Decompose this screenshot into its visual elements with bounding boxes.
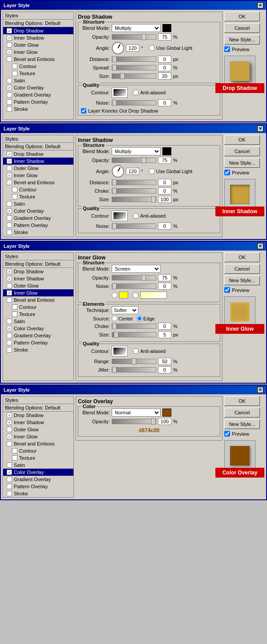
blending-options-4[interactable]: Blending Options: Default [3, 404, 73, 412]
sidebar-item-outer-glow-1[interactable]: Outer Glow [3, 41, 73, 49]
sidebar-item-gradient-overlay-1[interactable]: Gradient Overlay [3, 91, 73, 98]
cb-outer-glow-1[interactable] [7, 42, 12, 48]
cb-stroke-3[interactable] [7, 347, 12, 352]
size-slider-3[interactable] [112, 332, 156, 337]
global-light-cb-1[interactable] [149, 45, 154, 51]
jitter-input-3[interactable] [158, 366, 171, 373]
angle-input-2[interactable] [126, 168, 139, 175]
opacity-slider-1[interactable] [112, 34, 156, 40]
new-style-button-2[interactable]: New Style... [224, 158, 260, 168]
size-input-1[interactable] [158, 73, 171, 80]
color-swatch-2[interactable] [162, 147, 171, 155]
cb-outer-glow-4[interactable] [7, 427, 12, 432]
size-input-3[interactable] [158, 331, 171, 338]
cb-gradient-overlay-3[interactable] [7, 333, 12, 338]
sidebar-item-satin-1[interactable]: Satin [3, 77, 73, 84]
cb-color-overlay-4[interactable] [7, 470, 12, 475]
cb-contour-1[interactable] [12, 64, 17, 69]
opacity-input-3[interactable] [158, 274, 171, 281]
noise-input-2[interactable] [158, 223, 171, 230]
cb-color-overlay-2[interactable] [7, 208, 12, 214]
global-light-cb-2[interactable] [149, 169, 154, 174]
cb-bevel-2[interactable] [7, 180, 12, 185]
sidebar-item-inner-shadow-4[interactable]: Inner Shadow [3, 419, 73, 426]
sidebar-item-satin-2[interactable]: Satin [3, 200, 73, 207]
preview-cb-2[interactable] [224, 170, 230, 175]
blend-mode-select-2[interactable]: Multiply [112, 147, 161, 155]
sidebar-item-bevel-4[interactable]: Bevel and Emboss [3, 440, 73, 447]
blending-options-1[interactable]: Blending Options: Default [3, 20, 73, 27]
sidebar-item-texture-4[interactable]: Texture [3, 454, 73, 462]
sidebar-item-inner-glow-3[interactable]: Inner Glow [3, 289, 73, 296]
technique-select-3[interactable]: Softer [112, 306, 138, 314]
cb-drop-shadow-2[interactable] [7, 151, 12, 157]
cb-inner-shadow-4[interactable] [7, 420, 12, 425]
cb-bevel-1[interactable] [7, 57, 12, 62]
blending-options-2[interactable]: Blending Options: Default [3, 143, 73, 150]
cb-satin-1[interactable] [7, 78, 12, 83]
cb-texture-3[interactable] [12, 312, 17, 317]
cb-color-overlay-1[interactable] [7, 85, 12, 90]
cb-pattern-overlay-1[interactable] [7, 99, 12, 105]
cb-inner-shadow-1[interactable] [7, 35, 12, 41]
cb-inner-glow-1[interactable] [7, 49, 12, 55]
cb-gradient-overlay-2[interactable] [7, 215, 12, 221]
ok-button-3[interactable]: OK [224, 252, 260, 262]
cb-texture-4[interactable] [12, 455, 17, 461]
distance-input-1[interactable] [158, 56, 171, 63]
sidebar-item-bevel-1[interactable]: Bevel and Emboss [3, 56, 73, 63]
distance-slider-2[interactable] [112, 180, 156, 185]
close-button-3[interactable]: ✕ [257, 243, 263, 249]
cancel-button-2[interactable]: Cancel [224, 146, 260, 156]
close-button-1[interactable]: ✕ [257, 2, 263, 8]
cb-pattern-overlay-3[interactable] [7, 340, 12, 345]
sidebar-item-stroke-2[interactable]: Stroke [3, 229, 73, 236]
sidebar-item-gradient-overlay-4[interactable]: Gradient Overlay [3, 476, 73, 483]
sidebar-item-color-overlay-3[interactable]: Color Overlay [3, 325, 73, 332]
glow-gradient-swatch-3[interactable] [140, 292, 167, 299]
close-button-4[interactable]: ✕ [257, 387, 263, 393]
preview-cb-4[interactable] [224, 431, 230, 437]
sidebar-item-drop-shadow-3[interactable]: Drop Shadow [3, 268, 73, 275]
sidebar-item-inner-shadow-2[interactable]: Inner Shadow [3, 158, 73, 165]
anti-alias-cb-2[interactable] [133, 213, 138, 219]
cb-bevel-4[interactable] [7, 441, 12, 446]
opacity-slider-2[interactable] [112, 158, 156, 163]
cb-drop-shadow-4[interactable] [7, 413, 12, 418]
noise-slider-2[interactable] [112, 223, 156, 229]
angle-input-1[interactable] [126, 45, 139, 52]
contour-select-2[interactable] [112, 211, 128, 221]
cb-outer-glow-2[interactable] [7, 166, 12, 171]
opacity-input-4[interactable] [158, 418, 171, 425]
cb-gradient-overlay-4[interactable] [7, 477, 12, 482]
sidebar-item-inner-shadow-3[interactable]: Inner Shadow [3, 275, 73, 282]
sidebar-item-outer-glow-2[interactable]: Outer Glow [3, 165, 73, 172]
sidebar-item-pattern-overlay-3[interactable]: Pattern Overlay [3, 339, 73, 346]
ok-button-4[interactable]: OK [224, 396, 260, 406]
angle-dial-1[interactable] [112, 42, 124, 54]
size-input-2[interactable] [158, 196, 171, 203]
opacity-slider-3[interactable] [112, 275, 156, 280]
sidebar-item-inner-glow-2[interactable]: Inner Glow [3, 172, 73, 179]
cb-satin-3[interactable] [7, 319, 12, 324]
sidebar-item-inner-glow-1[interactable]: Inner Glow [3, 49, 73, 56]
sidebar-item-contour-4[interactable]: Contour [3, 447, 73, 454]
cb-bevel-3[interactable] [7, 297, 12, 303]
noise-slider-1[interactable] [112, 100, 156, 105]
sidebar-item-contour-3[interactable]: Contour [3, 304, 73, 311]
sidebar-item-gradient-overlay-3[interactable]: Gradient Overlay [3, 332, 73, 339]
sidebar-item-texture-2[interactable]: Texture [3, 193, 73, 200]
cb-contour-3[interactable] [12, 304, 17, 310]
cb-inner-shadow-3[interactable] [7, 276, 12, 281]
new-style-button-4[interactable]: New Style... [224, 419, 260, 429]
glow-color-swatch-3[interactable] [119, 292, 128, 299]
cb-inner-glow-3[interactable] [7, 290, 12, 296]
cb-color-overlay-3[interactable] [7, 326, 12, 331]
color-swatch-1[interactable] [162, 24, 171, 32]
ok-button-2[interactable]: OK [224, 135, 260, 145]
choke-input-2[interactable] [158, 187, 171, 194]
source-edge-radio-3[interactable] [137, 316, 142, 321]
sidebar-item-outer-glow-4[interactable]: Outer Glow [3, 426, 73, 433]
cb-contour-2[interactable] [12, 187, 17, 192]
cb-drop-shadow-1[interactable] [7, 28, 12, 33]
